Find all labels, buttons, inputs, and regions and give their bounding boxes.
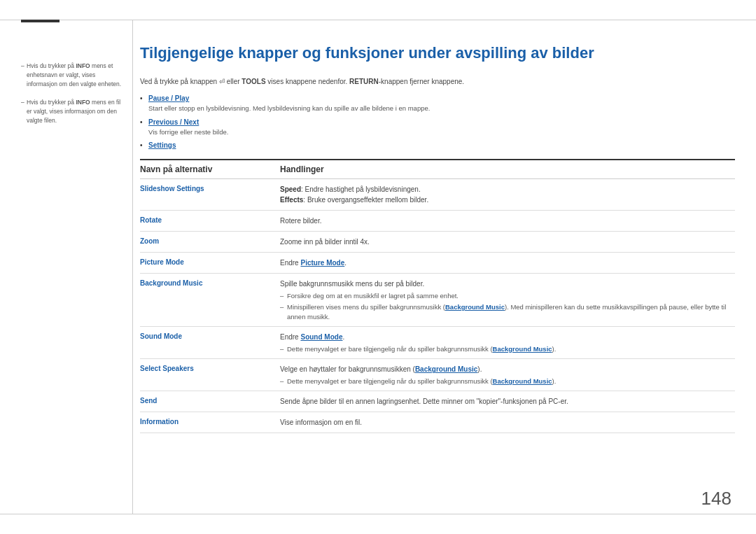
intro-text: Ved å trykke på knappen ⏎ eller TOOLS vi…	[140, 76, 735, 87]
sidebar-note-2: Hvis du trykker på INFO mens en fil er v…	[21, 98, 122, 125]
row-action-rotate: Rotere bilder.	[280, 216, 735, 226]
sidebar-note-1: Hvis du trykker på INFO mens et enhetsna…	[21, 62, 122, 88]
table-row: Picture Mode Endre Picture Mode.	[140, 253, 735, 274]
sound-mode-note: Dette menyvalget er bare tilgjengelig nå…	[280, 344, 735, 353]
row-action-slideshow: Speed: Endre hastighet på lysbildevisnin…	[280, 184, 735, 205]
sound-mode-main: Endre Sound Mode.	[280, 333, 344, 341]
bullet-list: Pause / Play Start eller stopp en lysbil…	[140, 94, 735, 150]
row-name-information: Information	[140, 417, 280, 426]
bg-music-main: Spille bakgrunnsmusikk mens du ser på bi…	[280, 280, 424, 288]
table-row: Sound Mode Endre Sound Mode. Dette menyv…	[140, 327, 735, 359]
row-name-picture-mode: Picture Mode	[140, 258, 280, 266]
bullet-label-prev-next: Previous / Next	[148, 118, 199, 126]
table-row: Zoom Zoome inn på bilder inntil 4x.	[140, 232, 735, 253]
row-action-sound-mode: Endre Sound Mode. Dette menyvalget er ba…	[280, 332, 735, 353]
row-action-zoom: Zoome inn på bilder inntil 4x.	[280, 237, 735, 247]
select-speakers-note: Dette menyvalget er bare tilgjengelig nå…	[280, 377, 735, 386]
table-row: Select Speakers Velge en høyttaler for b…	[140, 359, 735, 391]
blue-picture-mode: Picture Mode	[300, 259, 344, 267]
table-row: Slideshow Settings Speed: Endre hastighe…	[140, 179, 735, 211]
row-name-slideshow: Slideshow Settings	[140, 184, 280, 192]
bullet-desc-pause-play: Start eller stopp en lysbildevisning. Me…	[148, 104, 735, 113]
row-name-zoom: Zoom	[140, 237, 280, 245]
bullet-item-settings: Settings	[140, 141, 735, 150]
row-action-information: Vise informasjon om en fil.	[280, 417, 735, 428]
bullet-label-pause-play: Pause / Play	[148, 94, 189, 102]
row-action-send: Sende åpne bilder til en annen lagringse…	[280, 396, 735, 407]
col-action-header: Handlinger	[280, 164, 735, 174]
page-title: Tilgjengelige knapper og funksjoner unde…	[140, 44, 735, 62]
table-row: Send Sende åpne bilder til en annen lagr…	[140, 391, 735, 412]
table-row: Information Vise informasjon om en fil.	[140, 412, 735, 433]
main-content: Tilgjengelige knapper og funksjoner unde…	[140, 20, 735, 514]
row-action-picture-mode: Endre Picture Mode.	[280, 258, 735, 268]
bg-music-note-1: Forsikre deg om at en musikkfil er lagre…	[280, 291, 735, 300]
row-name-sound-mode: Sound Mode	[140, 332, 280, 340]
blue-sound-mode: Sound Mode	[300, 333, 342, 341]
action-effects: Effects: Bruke overgangseffekter mellom …	[280, 196, 428, 204]
bullet-item-pause-play: Pause / Play Start eller stopp en lysbil…	[140, 94, 735, 113]
table-section: Navn på alternativ Handlinger Slideshow …	[140, 159, 735, 433]
bg-music-note-2: Minispilleren vises mens du spiller bakg…	[280, 302, 735, 321]
action-speed: Speed: Endre hastighet på lysbildevisnin…	[280, 185, 421, 193]
table-row: Rotate Rotere bilder.	[140, 211, 735, 232]
table-header: Navn på alternativ Handlinger	[140, 159, 735, 179]
row-action-select-speakers: Velge en høyttaler for bakgrunnsmusikken…	[280, 364, 735, 386]
row-name-send: Send	[140, 396, 280, 405]
row-name-rotate: Rotate	[140, 216, 280, 224]
bullet-desc-prev-next: Vis forrige eller neste bilde.	[148, 127, 735, 136]
row-action-bg-music: Spille bakgrunnsmusikk mens du ser på bi…	[280, 279, 735, 321]
blue-bg-music-1: Background Music	[415, 365, 477, 373]
sidebar: Hvis du trykker på INFO mens et enhetsna…	[21, 20, 133, 514]
row-name-select-speakers: Select Speakers	[140, 364, 280, 372]
select-speakers-main: Velge en høyttaler for bakgrunnsmusikken…	[280, 365, 482, 373]
row-name-bg-music: Background Music	[140, 279, 280, 287]
table-row: Background Music Spille bakgrunnsmusikk …	[140, 274, 735, 327]
page-number: 148	[701, 488, 732, 510]
col-name-header: Navn på alternativ	[140, 164, 280, 174]
bullet-label-settings: Settings	[148, 141, 176, 149]
bullet-item-prev-next: Previous / Next Vis forrige eller neste …	[140, 118, 735, 136]
